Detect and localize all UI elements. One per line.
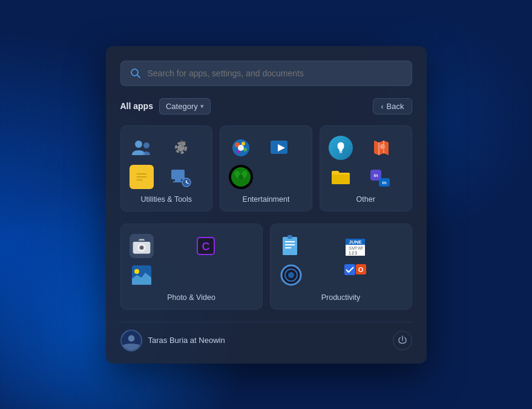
category-label: Category [166,102,198,111]
all-apps-label: All apps [120,101,153,111]
svg-rect-63 [344,264,355,275]
photo-video-label: Photo & Video [130,293,254,302]
app-icon-camera [130,234,154,258]
app-icon-todo-office: O [343,263,367,287]
svg-point-40 [134,269,139,274]
svg-point-36 [140,246,143,249]
svg-point-3 [143,142,149,148]
svg-point-25 [238,175,243,179]
app-icon-movies [268,136,292,160]
app-icon-cortana [279,263,303,287]
avatar [120,330,142,351]
chevron-down-icon: ▾ [200,102,204,110]
app-icon-photos [130,263,154,287]
app-icon-tips [329,136,353,160]
svg-text:in: in [383,180,387,185]
category-card-productivity[interactable]: JUNE S M T W T 1 2 3 [270,224,412,310]
svg-point-62 [288,272,294,278]
svg-text:T: T [361,246,364,250]
productivity-icons: JUNE S M T W T 1 2 3 [279,234,403,287]
app-icon-sticky [130,165,154,189]
app-icon-empty-1 [268,165,292,189]
svg-text:JUNE: JUNE [349,239,362,245]
top-category-grid: Utilities & Tools [120,125,412,211]
svg-text:C: C [202,241,210,253]
app-icon-empty-2 [194,263,218,287]
app-icon-settings [169,165,193,189]
svg-text:1: 1 [349,251,351,255]
app-icon-maps [368,136,392,160]
svg-rect-11 [175,179,181,181]
svg-point-67 [128,335,134,342]
app-icon-gear [169,136,193,160]
app-icon-paint [229,136,253,160]
svg-text:in: in [374,173,378,178]
user-info: Taras Buria at Neowin [120,330,225,351]
svg-rect-26 [339,152,342,153]
category-card-entertainment[interactable]: Entertainment [220,125,312,211]
photo-video-icons: C [130,234,254,287]
user-name: Taras Buria at Neowin [148,336,225,345]
productivity-label: Productivity [279,293,403,302]
power-button[interactable] [393,331,412,350]
toolbar-left: All apps Category ▾ [120,98,211,115]
svg-text:2: 2 [352,251,354,255]
svg-rect-46 [287,235,292,239]
footer: Taras Buria at Neowin [120,322,412,351]
other-icons: in in [329,136,403,189]
app-icon-notepad [279,234,303,258]
entertainment-label: Entertainment [229,195,303,204]
svg-rect-10 [171,170,185,179]
search-icon [130,67,142,79]
app-icon-cursor-tool: C [194,234,218,258]
back-button[interactable]: ‹ Back [373,98,412,115]
search-input[interactable] [148,68,403,78]
category-card-photo-video[interactable]: C Photo & Video [120,224,263,310]
bottom-category-grid: C Photo & Video [120,224,412,310]
app-icon-person [130,136,154,160]
svg-point-21 [238,145,244,151]
svg-rect-42 [283,237,297,255]
app-icon-calendar: JUNE S M T W T 1 2 3 [343,234,367,258]
other-label: Other [329,195,403,204]
svg-text:O: O [358,266,364,273]
entertainment-icons [229,136,303,189]
category-button[interactable]: Category ▾ [159,98,211,115]
svg-rect-12 [173,181,183,182]
back-arrow-icon: ‹ [381,102,383,111]
utilities-icons [130,136,204,189]
start-menu: All apps Category ▾ ‹ Back [106,46,427,364]
category-card-other[interactable]: in in Other [320,125,412,211]
svg-text:3: 3 [355,251,357,255]
search-bar[interactable] [120,61,412,86]
svg-line-1 [137,75,140,78]
category-card-utilities[interactable]: Utilities & Tools [120,125,213,211]
app-icon-xbox [229,165,253,189]
back-label: Back [387,102,404,111]
utilities-label: Utilities & Tools [130,195,204,204]
app-icon-linkedin: in in [368,165,392,189]
svg-point-18 [241,142,245,145]
svg-point-2 [135,141,142,148]
app-icon-folder [329,165,353,189]
toolbar: All apps Category ▾ ‹ Back [120,98,412,115]
